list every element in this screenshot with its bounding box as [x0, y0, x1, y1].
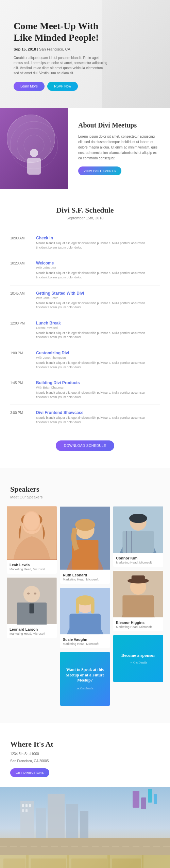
schedule-list: 10:00 AM Check In Mauris blandit aliquet… [10, 230, 160, 430]
svg-rect-35 [123, 595, 154, 617]
where-image [0, 787, 170, 855]
speaker-card-connor: Connor Kim Marketing Head, Microsoft [113, 506, 163, 567]
schedule-presenter: With John Doe [36, 266, 160, 270]
speak-card-link[interactable]: → Get details [76, 687, 94, 690]
svg-rect-61 [3, 859, 26, 868]
svg-rect-27 [123, 531, 154, 553]
speaker-image-leah [7, 506, 57, 560]
svg-point-13 [34, 592, 36, 594]
speaker-col-2: Ruth Leonard Marketing Head, Microsoft [60, 506, 110, 706]
speaker-role-leah: Marketing Head, Microsoft [10, 568, 54, 571]
svg-point-3 [30, 149, 38, 157]
schedule-presenter: Lorem Provided [36, 326, 160, 330]
schedule-title: Divi Frontend Showcase [36, 410, 160, 415]
schedule-presenter: With Brian Chapman [36, 386, 160, 389]
speaker-role-eleanor: Marketing Head, Microsoft [116, 625, 160, 629]
schedule-desc: Mauris blandit aliquet elit, eget tincid… [36, 391, 160, 399]
svg-rect-50 [141, 797, 146, 809]
svg-point-1 [17, 128, 51, 162]
svg-rect-62 [31, 859, 66, 868]
schedule-title: Welcome [36, 261, 160, 265]
schedule-desc: Mauris blandit aliquet elit, eget tincid… [36, 271, 160, 279]
schedule-content: Getting Started With Divi With Jane Smit… [36, 291, 160, 310]
speaker-name-connor: Connor Kim [116, 556, 160, 560]
svg-point-6 [22, 515, 41, 534]
speaker-card-leah: Leah Lewis Marketing Head, Microsoft [7, 506, 57, 574]
speaker-card-eleanor: Eleanor Higgins Marketing Head, Microsof… [113, 570, 163, 631]
svg-rect-42 [22, 804, 24, 807]
svg-rect-24 [91, 600, 95, 613]
svg-rect-34 [132, 575, 145, 582]
person-icon [24, 147, 44, 177]
view-past-events-button[interactable]: View Past Events [78, 166, 121, 175]
svg-point-2 [24, 135, 44, 155]
speakers-subtitle: Meet Our Speakers [7, 495, 163, 499]
schedule-time: 1:00 PM [10, 351, 31, 355]
download-schedule-button[interactable]: Download Schedule [56, 440, 115, 451]
svg-point-30 [129, 514, 147, 523]
schedule-item: 1:00 PM Customizing Divi With Janet Thom… [10, 345, 160, 375]
speaker-card-ruth: Ruth Leonard Marketing Head, Microsoft [60, 506, 110, 584]
rsvp-hero-button[interactable]: RSVP Now [47, 82, 78, 91]
speaker-name-leonard: Leonard Larson [10, 627, 54, 631]
schedule-time: 1:45 PM [10, 380, 31, 385]
speakers-section: Speakers Meet Our Speakers [0, 468, 170, 723]
speak-card-text: Want to Speak at this Meetup or at a Fut… [64, 667, 106, 683]
schedule-item: 10:20 AM Welcome With John Doe Mauris bl… [10, 255, 160, 285]
about-description: Lorem ipsum dolor sit amet, consectetur … [78, 134, 160, 161]
about-content: About Divi Meetups Lorem ipsum dolor sit… [68, 108, 170, 189]
learn-more-button[interactable]: Learn More [14, 82, 45, 91]
svg-rect-43 [26, 804, 28, 807]
speak-cta-card[interactable]: Want to Speak at this Meetup or at a Fut… [60, 652, 110, 706]
schedule-content: Customizing Divi With Janet Thompson Mau… [36, 351, 160, 369]
about-title: About Divi Meetups [78, 121, 160, 129]
schedule-item: 1:45 PM Building Divi Products With Bria… [10, 375, 160, 405]
svg-point-7 [21, 513, 42, 526]
svg-rect-4 [27, 158, 41, 175]
schedule-item: 10:00 AM Check In Mauris blandit aliquet… [10, 230, 160, 255]
speaker-name-eleanor: Eleanor Higgins [116, 620, 160, 625]
speaker-name-ruth: Ruth Leonard [63, 573, 107, 577]
schedule-item: 3:00 PM Divi Frontend Showcase Mauris bl… [10, 405, 160, 430]
speaker-card-leonard: Leonard Larson Marketing Head, Microsoft [7, 577, 57, 638]
schedule-title: Building Divi Products [36, 380, 160, 385]
schedule-desc: Mauris blandit aliquet elit, eget tincid… [36, 361, 160, 369]
sponsor-cta-card[interactable]: Become a sponsor → Get Details [113, 635, 163, 682]
schedule-download-wrap: Download Schedule [10, 440, 160, 451]
schedule-time: 3:00 PM [10, 410, 31, 415]
schedule-time: 10:45 AM [10, 291, 31, 295]
svg-rect-49 [133, 791, 139, 808]
speakers-grid: Leah Lewis Marketing Head, Microsoft [7, 506, 163, 706]
svg-rect-63 [71, 859, 107, 868]
schedule-title: Divi S.F. Schedule [10, 206, 160, 215]
schedule-desc: Mauris blandit aliquet elit, eget tincid… [36, 416, 160, 424]
map-section: + − 1234 5th Ave Something that would Go… [0, 855, 170, 868]
svg-point-12 [27, 592, 30, 594]
schedule-presenter: With Jane Smith [36, 296, 160, 300]
svg-rect-52 [154, 794, 157, 804]
schedule-desc: Mauris blandit aliquet elit, eget tincid… [36, 241, 160, 250]
schedule-time: 10:00 AM [10, 236, 31, 240]
hero-meta: Sep 15, 2018 | San Francisco, CA [14, 47, 156, 51]
schedule-presenter: With Janet Thompson [36, 356, 160, 359]
schedule-desc: Mauris blandit aliquet elit, eget tincid… [36, 301, 160, 310]
svg-rect-51 [148, 789, 152, 803]
about-section: About Divi Meetups Lorem ipsum dolor sit… [0, 108, 170, 189]
schedule-title: Getting Started With Divi [36, 291, 160, 296]
schedule-desc: Mauris blandit aliquet elit, eget tincid… [36, 331, 160, 339]
schedule-time: 12:00 PM [10, 321, 31, 325]
sponsor-card-link[interactable]: → Get Details [130, 661, 147, 664]
speaker-image-susie [60, 587, 110, 635]
svg-rect-44 [29, 804, 31, 807]
svg-rect-64 [112, 859, 141, 868]
get-directions-button[interactable]: Get Directions [10, 768, 49, 777]
svg-point-0 [10, 121, 58, 169]
speakers-title: Speakers [7, 485, 163, 494]
svg-point-9 [23, 586, 40, 603]
about-image [0, 108, 68, 189]
schedule-title: Customizing Divi [36, 351, 160, 355]
speaker-image-connor [113, 506, 163, 553]
svg-point-18 [75, 519, 95, 531]
speaker-image-eleanor [113, 570, 163, 618]
where-section: Where It's At 1234 5th St, #1000 San Fra… [0, 723, 170, 855]
